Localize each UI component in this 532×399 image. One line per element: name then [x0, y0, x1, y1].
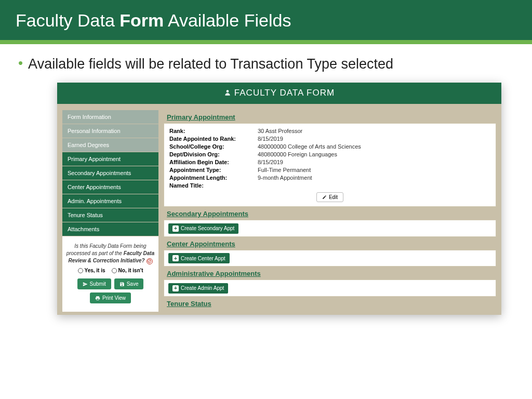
nav-item[interactable]: Primary Appointment — [62, 152, 158, 166]
nav-item[interactable]: Attachments — [62, 222, 158, 236]
field-label: School/College Org: — [169, 143, 258, 150]
nav-item[interactable]: Center Appointments — [62, 180, 158, 194]
plus-icon: + — [172, 285, 179, 291]
save-icon — [119, 282, 125, 287]
print-button[interactable]: Print View — [90, 292, 131, 303]
print-label: Print View — [102, 295, 126, 301]
create-secondary-button[interactable]: + Create Secondary Appt — [168, 223, 238, 234]
initiative-question: Is this Faculty Data Form being processe… — [65, 243, 155, 264]
radio-no-label: No, it isn't — [118, 268, 143, 273]
create-secondary-label: Create Secondary Appt — [181, 225, 234, 231]
field-row: Affiliation Begin Date:8/15/2019 — [169, 158, 490, 166]
field-label: Appointment Length: — [169, 175, 258, 181]
field-value: 480800000 Foreign Languages — [258, 151, 337, 157]
secondary-section-title: Secondary Appointments — [167, 210, 496, 218]
field-label: Affiliation Begin Date: — [169, 159, 258, 165]
admin-section-title: Administrative Appointments — [167, 270, 496, 277]
radio-no[interactable]: No, it isn't — [112, 268, 143, 273]
svg-point-0 — [226, 90, 229, 93]
primary-section-title: Primary Appointment — [167, 113, 496, 121]
field-value: 8/15/2019 — [258, 159, 283, 165]
field-value: 8/15/2019 — [258, 136, 283, 142]
bullet-item: • Available fields will be related to Tr… — [18, 55, 514, 73]
nav-item[interactable]: Secondary Appointments — [62, 166, 158, 180]
radio-circle-icon — [112, 268, 117, 273]
radio-yes[interactable]: Yes, it is — [78, 268, 105, 273]
title-part2: Available Fields — [164, 10, 291, 30]
nav-item[interactable]: Admin. Appointments — [62, 194, 158, 208]
button-row-2: Print View — [65, 292, 155, 303]
primary-fields: Rank:30 Asst ProfessorDate Appointed to … — [169, 127, 490, 189]
admin-panel: + Create Admin Appt — [164, 280, 496, 297]
field-label: Appointment Type: — [169, 167, 258, 173]
field-row: Dept/Division Org:480800000 Foreign Lang… — [169, 150, 490, 158]
center-section-title: Center Appointments — [167, 240, 496, 248]
field-label: Date Appointed to Rank: — [169, 136, 258, 142]
edit-button[interactable]: Edit — [316, 192, 343, 202]
title-part1: Faculty Data — [16, 10, 119, 30]
save-label: Save — [127, 281, 139, 287]
create-center-label: Create Center Appt — [181, 256, 225, 261]
center-panel: + Create Center Appt — [164, 250, 496, 267]
save-button[interactable]: Save — [114, 278, 144, 289]
slide-header: Faculty Data Form Available Fields — [0, 0, 532, 40]
edit-label: Edit — [329, 194, 338, 200]
field-label: Named Title: — [169, 182, 258, 189]
tenure-section-title: Tenure Status — [167, 300, 496, 308]
nav-item[interactable]: Personal Information — [62, 124, 158, 138]
sidebar: Form InformationPersonal InformationEarn… — [62, 110, 158, 312]
radio-yes-label: Yes, it is — [85, 268, 105, 273]
create-admin-label: Create Admin Appt — [181, 285, 224, 291]
field-row: Rank:30 Asst Professor — [169, 127, 490, 135]
nav-list: Form InformationPersonal InformationEarn… — [62, 110, 158, 236]
field-value: 480000000 College of Arts and Sciences — [258, 143, 361, 150]
app-header-text: FACULTY DATA FORM — [234, 88, 335, 98]
send-icon — [83, 282, 88, 287]
sidebar-lower: Is this Faculty Data Form being processe… — [62, 236, 158, 312]
create-admin-button[interactable]: + Create Admin Appt — [168, 283, 228, 294]
nav-item[interactable]: Earned Degrees — [62, 138, 158, 152]
field-row: Appointment Length:9-month Appointment — [169, 174, 490, 181]
primary-panel: Rank:30 Asst ProfessorDate Appointed to … — [164, 123, 496, 207]
create-center-button[interactable]: + Create Center Appt — [168, 253, 230, 263]
field-label: Dept/Division Org: — [169, 151, 258, 157]
field-row: Appointment Type:Full-Time Permanent — [169, 166, 490, 174]
print-icon — [95, 296, 100, 301]
field-value: 9-month Appointment — [258, 175, 312, 181]
field-value: Full-Time Permanent — [258, 167, 311, 173]
secondary-panel: + Create Secondary Appt — [164, 220, 496, 237]
field-value: 30 Asst Professor — [258, 128, 302, 134]
title-bold: Form — [119, 10, 164, 30]
plus-icon: + — [172, 255, 179, 261]
submit-button[interactable]: Submit — [77, 278, 111, 289]
user-icon — [224, 88, 231, 99]
field-row: Date Appointed to Rank:8/15/2019 — [169, 135, 490, 142]
plus-icon: + — [172, 225, 179, 232]
edit-wrap: Edit — [169, 192, 490, 202]
field-label: Rank: — [169, 128, 258, 134]
slide-body: • Available fields will be related to Tr… — [0, 44, 532, 325]
button-row-1: Submit Save — [65, 278, 155, 289]
field-row: School/College Org:480000000 College of … — [169, 142, 490, 150]
app-screenshot: FACULTY DATA FORM Form InformationPerson… — [57, 83, 501, 315]
bullet-dot-icon: • — [18, 55, 23, 72]
nav-item[interactable]: Tenure Status — [62, 208, 158, 222]
pencil-icon — [322, 195, 327, 200]
bullet-text: Available fields will be related to Tran… — [28, 55, 393, 73]
radio-circle-icon — [78, 268, 83, 273]
accent-bar — [0, 40, 532, 44]
radio-group: Yes, it is No, it isn't — [65, 268, 155, 273]
app-body: Form InformationPersonal InformationEarn… — [57, 104, 501, 315]
slide-title: Faculty Data Form Available Fields — [16, 10, 516, 31]
main-content: Primary Appointment Rank:30 Asst Profess… — [164, 110, 496, 312]
app-header: FACULTY DATA FORM — [57, 83, 501, 104]
submit-label: Submit — [90, 281, 106, 287]
denied-icon: ⊘ — [147, 258, 153, 264]
nav-item[interactable]: Form Information — [62, 110, 158, 124]
field-row: Named Title: — [169, 181, 490, 189]
